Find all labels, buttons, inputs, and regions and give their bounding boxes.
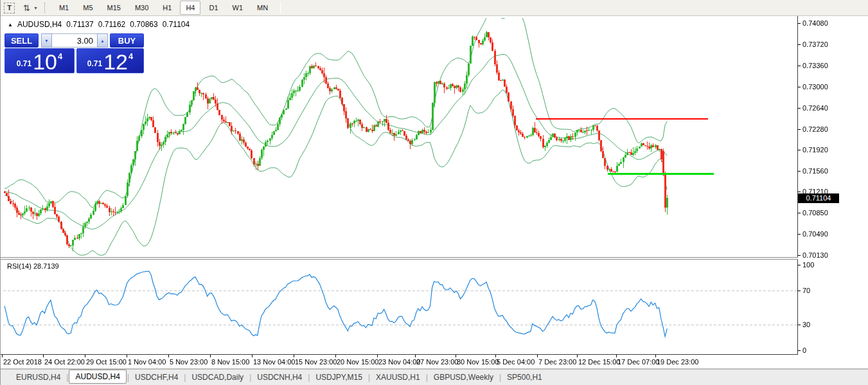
price-tick-label: 0.72280: [802, 125, 828, 133]
sell-price-small: 0.71: [17, 59, 31, 68]
buy-price-sup: 4: [128, 51, 133, 61]
timeframe-button-m15[interactable]: M15: [102, 1, 127, 15]
toolbar-separator: [280, 2, 281, 13]
title-high: 0.71162: [98, 20, 126, 29]
price-tick-label: 0.74080: [802, 19, 828, 27]
buy-button[interactable]: BUY: [110, 33, 144, 48]
tab-separator: |: [368, 373, 370, 382]
price-tick-label: 0.71920: [802, 146, 828, 154]
title-open: 0.71137: [66, 20, 94, 29]
time-tick-label: 5 Nov 23:00: [170, 358, 208, 366]
time-tick-label: 12 Dec 15:00: [578, 358, 620, 366]
tab-separator: |: [499, 373, 501, 382]
sell-button[interactable]: SELL: [4, 33, 39, 48]
chart-tab-usdcad[interactable]: USDCAD,Daily: [186, 372, 249, 383]
chart-tab-eurusd[interactable]: EURUSD,H4: [11, 372, 66, 383]
time-tick-label: 23 Nov 04:00: [378, 358, 420, 366]
timeframe-buttons: M1M5M15M30H1H4D1W1MN: [52, 1, 275, 15]
time-tick-label: 20 Nov 15:00: [337, 358, 378, 366]
rsi-level-label: 100: [802, 261, 814, 269]
time-tick-label: 5 Dec 04:00: [497, 358, 535, 366]
volume-increase-button[interactable]: ▲: [97, 33, 108, 48]
price-tick-label: 0.73360: [802, 62, 828, 69]
tab-separator: |: [308, 373, 310, 382]
time-tick-label: 17 Dec 07:00: [617, 358, 659, 366]
title-close: 0.71104: [163, 20, 190, 29]
chart-tab-sp500[interactable]: SP500,H1: [502, 372, 547, 383]
timeframe-button-h4[interactable]: H4: [180, 1, 200, 15]
chart-tab-bar: EURUSD,H4|AUDUSD,H4|USDCHF,H4|USDCAD,Dai…: [1, 369, 868, 385]
toolbar-grip[interactable]: [44, 3, 47, 13]
one-click-trading-panel: SELL ▼ ▲ BUY 0.71 10 4 0.71 12 4: [4, 33, 145, 73]
tab-separator: |: [66, 373, 68, 382]
text-tool-icon[interactable]: T: [4, 3, 15, 13]
rsi-level-label: 70: [802, 287, 810, 294]
rsi-level-label: 30: [802, 321, 810, 328]
time-tick-label: 22 Oct 2018: [3, 358, 42, 366]
price-axis-border: [797, 16, 798, 355]
timeframe-button-m1[interactable]: M1: [53, 1, 75, 15]
price-tick-label: 0.71560: [802, 167, 828, 175]
current-price-badge: 0.71104: [798, 193, 839, 203]
time-tick-label: 27 Nov 23:00: [416, 358, 458, 366]
sell-price-sup: 4: [58, 51, 62, 61]
tab-separator: |: [426, 373, 428, 382]
time-tick-label: 15 Nov 23:00: [295, 358, 337, 366]
time-tick-label: 19 Dec 23:00: [657, 358, 698, 366]
timeframe-button-w1[interactable]: W1: [227, 1, 249, 15]
timeframe-button-mn[interactable]: MN: [251, 1, 274, 15]
price-tick-label: 0.72640: [802, 104, 828, 112]
mt4-window: T ⇅ ▼ M1M5M15M30H1H4D1W1MN ▲ AUDUSD,H4 0…: [0, 0, 868, 385]
title-low: 0.70863: [130, 20, 157, 29]
price-tick-label: 0.70850: [802, 209, 828, 217]
buy-price-big: 12: [103, 53, 128, 71]
time-tick-label: 8 Nov 15:00: [211, 358, 249, 366]
volume-input[interactable]: [52, 33, 97, 48]
tab-separator: |: [184, 373, 186, 382]
tab-separator: |: [127, 373, 129, 382]
time-tick-label: 7 Dec 23:00: [538, 358, 576, 366]
timeframe-button-d1[interactable]: D1: [203, 1, 224, 15]
volume-decrease-button[interactable]: ▼: [41, 33, 52, 48]
chart-title: ▲ AUDUSD,H4 0.71137 0.71162 0.70863 0.71…: [8, 20, 190, 29]
price-tick-label: 0.70490: [802, 230, 828, 238]
rsi-indicator-label: RSI(14) 28.7139: [7, 262, 59, 270]
buy-price-small: 0.71: [87, 59, 102, 68]
tab-separator: |: [249, 373, 251, 382]
sell-price-big: 10: [33, 53, 57, 71]
pane-splitter[interactable]: [1, 257, 798, 260]
sell-price-button[interactable]: 0.71 10 4: [4, 48, 75, 73]
chart-tab-usdchf[interactable]: USDCHF,H4: [130, 372, 183, 383]
chart-tab-usdcnh[interactable]: USDCNH,H4: [252, 372, 307, 383]
time-tick-label: 24 Oct 22:00: [44, 358, 85, 366]
time-tick-label: 13 Nov 04:00: [253, 358, 295, 366]
title-symbol: AUDUSD,H4: [17, 20, 62, 29]
arrows-tool-icon[interactable]: ⇅: [21, 3, 32, 13]
time-tick-label: 30 Nov 15:00: [457, 358, 499, 366]
chart-tab-usdjpy[interactable]: USDJPY,M15: [310, 372, 367, 383]
rsi-pane-border: [1, 354, 798, 355]
chart-tab-audusd[interactable]: AUDUSD,H4: [69, 370, 126, 384]
buy-price-button[interactable]: 0.71 12 4: [76, 48, 144, 73]
price-tick-label: 0.70130: [802, 251, 828, 259]
chart-tab-xauusd[interactable]: XAUUSD,H1: [371, 372, 425, 383]
timeframe-button-m5[interactable]: M5: [77, 1, 98, 15]
price-tick-label: 0.73000: [802, 83, 828, 91]
price-tick-label: 0.73720: [802, 40, 828, 48]
rsi-level-label: 0: [802, 346, 806, 354]
toolbar: T ⇅ ▼ M1M5M15M30H1H4D1W1MN: [1, 0, 868, 16]
time-tick-label: 1 Nov 04:00: [128, 358, 166, 366]
timeframe-button-h1[interactable]: H1: [157, 1, 177, 15]
timeframe-button-m30[interactable]: M30: [129, 1, 154, 15]
time-tick-label: 29 Oct 15:00: [86, 358, 127, 366]
chevron-down-icon[interactable]: ▼: [33, 6, 38, 10]
chart-tab-gbpusd[interactable]: GBPUSD,Weekly: [429, 372, 499, 383]
chart-window: ▲ AUDUSD,H4 0.71137 0.71162 0.70863 0.71…: [1, 16, 868, 369]
panel-collapse-icon[interactable]: ▲: [8, 22, 13, 28]
